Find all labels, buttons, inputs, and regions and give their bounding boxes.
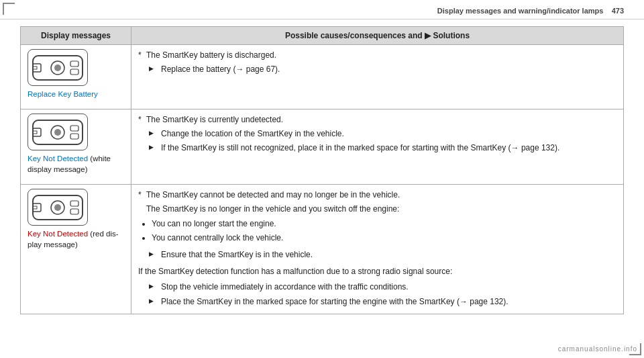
page-header: Display messages and warning/indicator l… bbox=[0, 0, 644, 19]
content-table: Display messages Possible causes/consequ… bbox=[20, 26, 624, 314]
key-not-detected-white-label: Key Not Detected bbox=[28, 154, 88, 163]
watermark: carmanualsonline.info bbox=[558, 345, 637, 353]
causes-section-1: The SmartKey battery is discharged. Repl… bbox=[138, 49, 616, 76]
arrow-list-1: Replace the battery (→ page 67). bbox=[138, 63, 616, 76]
key-not-detected-red-label: Key Not Detected bbox=[28, 230, 88, 238]
arrow-list-3a: Ensure that the SmartKey is in the vehic… bbox=[138, 249, 616, 261]
arrow-item: Replace the battery (→ page 67). bbox=[149, 63, 616, 76]
display-item-1: Replace Key Battery bbox=[28, 49, 124, 99]
causes-cell-1: The SmartKey battery is discharged. Repl… bbox=[131, 45, 624, 109]
svg-rect-20 bbox=[70, 209, 78, 214]
arrow-item: Place the SmartKey in the marked space f… bbox=[149, 296, 616, 308]
svg-rect-13 bbox=[70, 134, 78, 139]
key-icon-replace bbox=[28, 49, 88, 86]
dot-list: You can no longer start the engine. You … bbox=[138, 218, 616, 244]
key-icon-white bbox=[28, 114, 88, 150]
display-item-3: Key Not Detected (red dis-play message) bbox=[28, 189, 124, 250]
arrow-list-2: Change the location of the SmartKey in t… bbox=[138, 128, 616, 154]
arrow-item: If the SmartKey is still not recognized,… bbox=[149, 142, 616, 154]
main-content: Display messages Possible causes/consequ… bbox=[0, 19, 644, 328]
item-label-white: Key Not Detected (whitedisplay message) bbox=[28, 153, 124, 175]
if-text: If the SmartKey detection function has a… bbox=[138, 265, 616, 278]
cause-subtext: The SmartKey is no longer in the vehicle… bbox=[138, 203, 616, 216]
header-arrow-icon: ▶ bbox=[425, 31, 431, 40]
star-item: The SmartKey cannot be detected and may … bbox=[138, 189, 616, 202]
item-label-red: Key Not Detected (red dis-play message) bbox=[28, 228, 124, 250]
causes-section-3: The SmartKey cannot be detected and may … bbox=[138, 189, 616, 308]
display-cell-2: Key Not Detected (whitedisplay message) bbox=[21, 109, 131, 185]
col-header-causes: Possible causes/consequences and ▶ Solut… bbox=[131, 27, 624, 45]
item-label-replace: Replace Key Battery bbox=[28, 89, 124, 99]
dot-item: You can no longer start the engine. bbox=[152, 218, 616, 230]
corner-decoration-tl bbox=[3, 3, 15, 15]
display-item-2: Key Not Detected (whitedisplay message) bbox=[28, 114, 124, 175]
table-row: Key Not Detected (red dis-play message) … bbox=[21, 185, 624, 314]
svg-point-11 bbox=[54, 129, 61, 136]
svg-point-4 bbox=[54, 64, 61, 71]
page-number: 473 bbox=[612, 7, 624, 15]
arrow-item: Ensure that the SmartKey is in the vehic… bbox=[149, 249, 616, 261]
col-header-display: Display messages bbox=[21, 27, 131, 45]
causes-cell-3: The SmartKey cannot be detected and may … bbox=[131, 185, 624, 314]
svg-rect-5 bbox=[70, 61, 78, 66]
replace-battery-label: Replace Key Battery bbox=[28, 90, 98, 98]
display-cell-3: Key Not Detected (red dis-play message) bbox=[21, 185, 131, 314]
display-cell-1: Replace Key Battery bbox=[21, 45, 131, 109]
table-row: Key Not Detected (whitedisplay message) … bbox=[21, 109, 624, 185]
svg-rect-19 bbox=[70, 201, 78, 206]
svg-rect-6 bbox=[70, 69, 78, 75]
star-list-1: The SmartKey battery is discharged. bbox=[138, 49, 616, 62]
svg-rect-12 bbox=[70, 126, 78, 131]
arrow-item: Change the location of the SmartKey in t… bbox=[149, 128, 616, 140]
table-row: Replace Key Battery The SmartKey battery… bbox=[21, 45, 624, 109]
causes-section-2: The SmartKey is currently undetected. Ch… bbox=[138, 114, 616, 155]
svg-point-18 bbox=[54, 204, 61, 211]
star-item: The SmartKey battery is discharged. bbox=[138, 49, 616, 62]
cause-text-1: The SmartKey cannot be detected and may … bbox=[138, 189, 616, 244]
star-list-2: The SmartKey is currently undetected. bbox=[138, 114, 616, 126]
arrow-list-3b: Stop the vehicle immediately in accordan… bbox=[138, 281, 616, 308]
key-icon-red bbox=[28, 189, 88, 226]
causes-cell-2: The SmartKey is currently undetected. Ch… bbox=[131, 109, 624, 185]
dot-item: You cannot centrally lock the vehicle. bbox=[152, 232, 616, 244]
star-item: The SmartKey is currently undetected. bbox=[138, 114, 616, 126]
arrow-item: Stop the vehicle immediately in accordan… bbox=[149, 281, 616, 294]
header-title: Display messages and warning/indicator l… bbox=[437, 7, 604, 15]
